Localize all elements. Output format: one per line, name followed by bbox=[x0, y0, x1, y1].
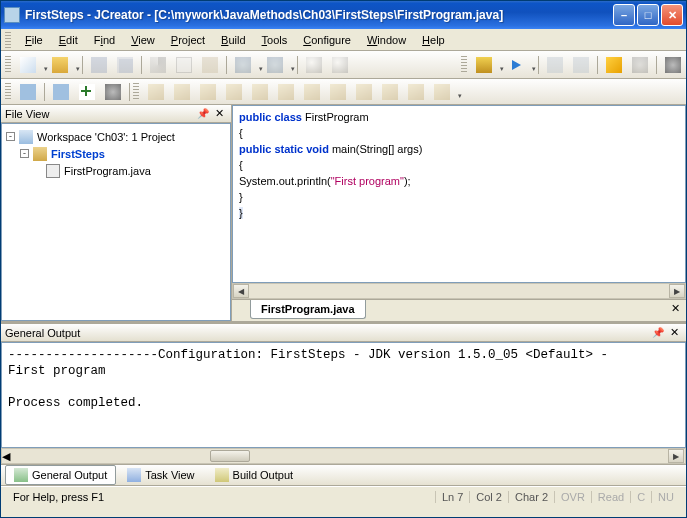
menu-edit[interactable]: Edit bbox=[51, 31, 86, 49]
close-panel-button[interactable]: ✕ bbox=[212, 107, 227, 120]
tb-b[interactable] bbox=[170, 81, 194, 103]
scroll-left-button[interactable]: ◀ bbox=[2, 450, 10, 463]
add-button[interactable] bbox=[75, 81, 99, 103]
tab-build-output[interactable]: Build Output bbox=[206, 465, 303, 485]
tb-e[interactable] bbox=[248, 81, 272, 103]
editor-tabs: FirstProgram.java ✕ bbox=[232, 299, 686, 321]
props-button[interactable] bbox=[101, 81, 125, 103]
menu-build[interactable]: Build bbox=[213, 31, 253, 49]
icon-h bbox=[330, 84, 346, 100]
stop-icon bbox=[632, 57, 648, 73]
scroll-left-button[interactable]: ◀ bbox=[233, 284, 249, 298]
new-button[interactable] bbox=[16, 54, 46, 76]
separator bbox=[226, 56, 227, 74]
close-tab-button[interactable]: ✕ bbox=[665, 300, 686, 317]
collapse-icon[interactable]: - bbox=[6, 132, 15, 141]
close-output-button[interactable]: ✕ bbox=[667, 326, 682, 339]
paste-button[interactable] bbox=[198, 54, 222, 76]
copy-icon bbox=[176, 57, 192, 73]
workspace-button[interactable] bbox=[16, 81, 40, 103]
pin-button[interactable]: 📌 bbox=[194, 108, 212, 119]
compile-button[interactable] bbox=[472, 54, 502, 76]
close-button[interactable]: ✕ bbox=[661, 4, 683, 26]
project-icon bbox=[33, 147, 47, 161]
copy-button[interactable] bbox=[172, 54, 196, 76]
file-view-panel: File View 📌 ✕ - Workspace 'Ch03': 1 Proj… bbox=[1, 105, 232, 321]
menu-project[interactable]: Project bbox=[163, 31, 213, 49]
run-button[interactable] bbox=[504, 54, 534, 76]
separator bbox=[82, 56, 83, 74]
find-in-files-button[interactable] bbox=[328, 54, 352, 76]
tb-a[interactable] bbox=[144, 81, 168, 103]
collapse-icon[interactable]: - bbox=[20, 149, 29, 158]
tb-j[interactable] bbox=[378, 81, 402, 103]
tb-more[interactable] bbox=[430, 81, 460, 103]
menu-window[interactable]: Window bbox=[359, 31, 414, 49]
tree-file-node[interactable]: FirstProgram.java bbox=[6, 162, 226, 179]
scroll-thumb[interactable] bbox=[210, 450, 250, 462]
flash-icon bbox=[606, 57, 622, 73]
save-button[interactable] bbox=[87, 54, 111, 76]
undo-button[interactable] bbox=[231, 54, 261, 76]
icon-j bbox=[382, 84, 398, 100]
open-button[interactable] bbox=[48, 54, 78, 76]
menu-file[interactable]: File bbox=[17, 31, 51, 49]
output-h-scrollbar[interactable]: ◀ ▶ bbox=[1, 448, 686, 464]
cut-button[interactable] bbox=[146, 54, 170, 76]
stop-button[interactable] bbox=[628, 54, 652, 76]
tb-k[interactable] bbox=[404, 81, 428, 103]
run-icon bbox=[512, 60, 521, 70]
tab-general-output[interactable]: General Output bbox=[5, 465, 116, 485]
tb-d[interactable] bbox=[222, 81, 246, 103]
editor-h-scrollbar[interactable]: ◀ ▶ bbox=[232, 283, 686, 299]
icon-k bbox=[408, 84, 424, 100]
status-line: Ln 7 bbox=[435, 491, 469, 503]
menu-help[interactable]: Help bbox=[414, 31, 453, 49]
tb-g[interactable] bbox=[300, 81, 324, 103]
redo-button[interactable] bbox=[263, 54, 293, 76]
tb-f[interactable] bbox=[274, 81, 298, 103]
scroll-right-button[interactable]: ▶ bbox=[668, 449, 684, 463]
menubar-grip[interactable] bbox=[5, 32, 11, 48]
config-button[interactable] bbox=[661, 54, 685, 76]
flash-button[interactable] bbox=[602, 54, 626, 76]
pin-button[interactable]: 📌 bbox=[649, 327, 667, 338]
tree-workspace-node[interactable]: - Workspace 'Ch03': 1 Project bbox=[6, 128, 226, 145]
menu-view[interactable]: View bbox=[123, 31, 163, 49]
status-ovr: OVR bbox=[554, 491, 591, 503]
toolbar-grip-3[interactable] bbox=[5, 83, 11, 101]
window-title: FirstSteps - JCreator - [C:\mywork\JavaM… bbox=[25, 8, 611, 22]
props-icon bbox=[105, 84, 121, 100]
tb-i[interactable] bbox=[352, 81, 376, 103]
tab-task-view[interactable]: Task View bbox=[118, 465, 203, 485]
editor-tab-active[interactable]: FirstProgram.java bbox=[250, 300, 366, 319]
prev-error-icon bbox=[547, 57, 563, 73]
editor-area: public class FirstProgram { public stati… bbox=[232, 105, 686, 321]
minimize-button[interactable]: – bbox=[613, 4, 635, 26]
tb-c[interactable] bbox=[196, 81, 220, 103]
maximize-button[interactable]: □ bbox=[637, 4, 659, 26]
plus-icon bbox=[79, 84, 95, 100]
icon-d bbox=[226, 84, 242, 100]
toolbar-grip-4[interactable] bbox=[133, 83, 139, 101]
menu-tools[interactable]: Tools bbox=[254, 31, 296, 49]
find-button[interactable] bbox=[302, 54, 326, 76]
file-tree[interactable]: - Workspace 'Ch03': 1 Project - FirstSte… bbox=[1, 123, 231, 321]
menu-configure[interactable]: Configure bbox=[295, 31, 359, 49]
save-all-button[interactable] bbox=[113, 54, 137, 76]
title-bar: FirstSteps - JCreator - [C:\mywork\JavaM… bbox=[1, 1, 686, 29]
status-cap: C bbox=[630, 491, 651, 503]
tree-project-node[interactable]: - FirstSteps bbox=[6, 145, 226, 162]
code-editor[interactable]: public class FirstProgram { public stati… bbox=[232, 105, 686, 283]
prev-error-button[interactable] bbox=[543, 54, 567, 76]
tb-h[interactable] bbox=[326, 81, 350, 103]
output-text[interactable]: --------------------Configuration: First… bbox=[1, 342, 686, 448]
menu-find[interactable]: Find bbox=[86, 31, 123, 49]
status-num: NU bbox=[651, 491, 680, 503]
next-error-button[interactable] bbox=[569, 54, 593, 76]
icon-b bbox=[174, 84, 190, 100]
toolbar-grip-2[interactable] bbox=[461, 56, 467, 74]
refresh-button[interactable] bbox=[49, 81, 73, 103]
scroll-right-button[interactable]: ▶ bbox=[669, 284, 685, 298]
toolbar-grip[interactable] bbox=[5, 56, 11, 74]
